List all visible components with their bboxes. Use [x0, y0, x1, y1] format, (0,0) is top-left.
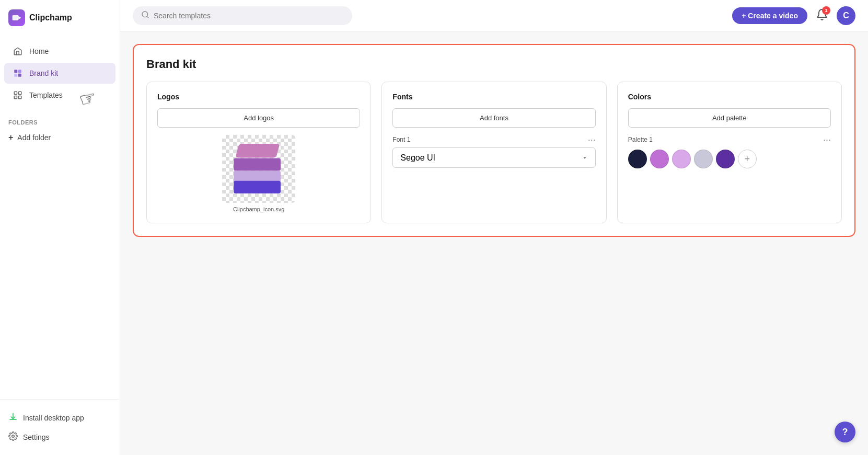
sidebar-item-templates-label: Templates: [29, 91, 63, 99]
app-name: Clipchamp: [29, 13, 72, 22]
sidebar-item-home-label: Home: [29, 47, 49, 55]
create-video-button[interactable]: + Create a video: [732, 7, 807, 24]
font-entry-label: Font 1: [392, 136, 410, 143]
header-actions: + Create a video 1 C: [732, 6, 855, 25]
font-select[interactable]: Segoe UI: [392, 147, 595, 168]
app-logo[interactable]: Clipchamp: [0, 0, 120, 36]
header: + Create a video 1 C: [120, 0, 868, 31]
svg-rect-3: [18, 70, 21, 73]
install-icon: [8, 412, 18, 423]
palette-more-button[interactable]: ···: [823, 135, 831, 144]
sidebar-item-templates[interactable]: Templates: [4, 85, 115, 106]
sidebar: Clipchamp Home Brand kit: [0, 0, 120, 455]
sidebar-item-home[interactable]: Home: [4, 41, 115, 62]
settings-button[interactable]: Settings: [8, 427, 111, 447]
palette-entry: Palette 1 ··· +: [628, 135, 831, 168]
brand-kit-title: Brand kit: [146, 58, 842, 71]
add-color-button[interactable]: +: [738, 150, 757, 168]
svg-rect-6: [14, 92, 17, 94]
install-label: Install desktop app: [23, 414, 84, 422]
brand-icon: [13, 68, 23, 78]
logos-section: Logos Add logos: [146, 82, 371, 223]
color-swatch-4[interactable]: [694, 150, 713, 168]
add-fonts-button[interactable]: Add fonts: [392, 108, 595, 128]
avatar[interactable]: C: [837, 6, 855, 25]
svg-rect-16: [234, 181, 281, 194]
colors-section: Colors Add palette Palette 1 ···: [617, 82, 842, 223]
svg-rect-15: [234, 171, 281, 183]
notifications-button[interactable]: 1: [816, 8, 828, 23]
sidebar-item-brand-kit-label: Brand kit: [29, 69, 58, 77]
logo-filename: Clipchamp_icon.svg: [233, 206, 284, 212]
templates-icon: [13, 90, 23, 100]
sidebar-bottom: Install desktop app Settings: [0, 399, 120, 455]
svg-point-10: [12, 435, 15, 438]
color-swatch-1[interactable]: [628, 150, 647, 168]
plus-icon: +: [8, 133, 13, 142]
brand-sections: Logos Add logos: [146, 82, 842, 223]
sidebar-item-brand-kit[interactable]: Brand kit: [4, 63, 115, 84]
svg-rect-9: [19, 96, 21, 99]
fonts-title: Fonts: [392, 93, 595, 101]
color-swatches: +: [628, 150, 831, 168]
search-bar[interactable]: [133, 6, 352, 25]
svg-marker-1: [18, 16, 21, 20]
folders-label: FOLDERS: [8, 119, 111, 126]
svg-rect-4: [14, 74, 17, 77]
settings-icon: [8, 431, 18, 442]
color-swatch-2[interactable]: [650, 150, 669, 168]
settings-label: Settings: [23, 433, 50, 441]
font-more-button[interactable]: ···: [588, 135, 596, 144]
logo-image: [222, 135, 295, 203]
svg-rect-8: [14, 96, 17, 99]
palette-label: Palette 1: [628, 136, 653, 143]
help-button[interactable]: ?: [835, 422, 855, 442]
svg-rect-0: [13, 15, 19, 20]
svg-rect-2: [14, 70, 17, 73]
add-logos-button[interactable]: Add logos: [157, 108, 360, 128]
add-folder-label: Add folder: [17, 133, 51, 142]
sidebar-navigation: Home Brand kit: [0, 36, 120, 111]
font-entry: Font 1 ··· Segoe UI: [392, 135, 595, 168]
svg-rect-5: [18, 74, 21, 77]
add-palette-button[interactable]: Add palette: [628, 108, 831, 128]
logos-title: Logos: [157, 93, 360, 101]
color-swatch-5[interactable]: [716, 150, 735, 168]
svg-rect-7: [19, 92, 21, 94]
svg-rect-13: [235, 144, 280, 157]
fonts-section: Fonts Add fonts Font 1 ··· Segoe UI: [381, 82, 606, 223]
logo-preview-area: Clipchamp_icon.svg: [157, 135, 360, 212]
content-area: Brand kit Logos Add logos: [120, 31, 868, 455]
home-icon: [13, 46, 23, 56]
search-input[interactable]: [154, 12, 344, 20]
color-swatch-3[interactable]: [672, 150, 691, 168]
logo-icon: [8, 9, 25, 26]
brand-kit-container: Brand kit Logos Add logos: [133, 44, 855, 237]
search-icon: [141, 10, 149, 21]
install-desktop-button[interactable]: Install desktop app: [8, 408, 111, 427]
svg-rect-14: [234, 158, 281, 171]
main-area: + Create a video 1 C Brand kit Logos Add…: [120, 0, 868, 455]
notification-badge: 1: [822, 6, 830, 15]
add-folder-button[interactable]: + Add folder: [8, 130, 111, 145]
folders-section: FOLDERS + Add folder: [0, 111, 120, 150]
svg-line-12: [147, 16, 148, 18]
colors-title: Colors: [628, 93, 831, 101]
